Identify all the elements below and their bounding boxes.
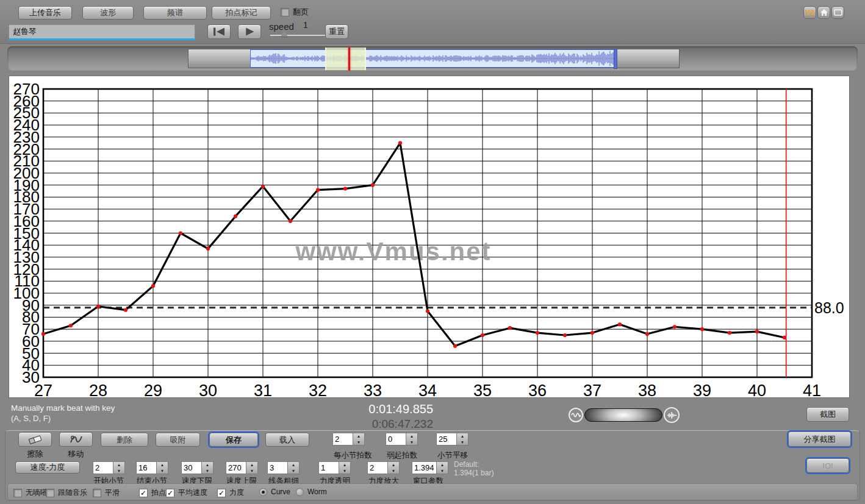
save-button[interactable]: 保存 [209, 433, 258, 447]
bar-shift-spinner[interactable]: ▲▼ [436, 433, 468, 445]
svg-text:35: 35 [473, 382, 492, 397]
bar-shift-input[interactable] [436, 433, 456, 445]
spinner-arrows[interactable]: ▲▼ [246, 461, 258, 474]
page-flip-label: 翻页 [293, 7, 309, 18]
start-bar-input[interactable] [93, 461, 113, 474]
chart-panel: www.Vmus.net88.0304050607080901001101201… [9, 76, 850, 398]
fullscreen-icon [834, 9, 842, 16]
checkbox-follow-music[interactable]: 跟随音乐 [46, 488, 87, 498]
svg-text:88.0: 88.0 [814, 299, 844, 316]
window-param-spinner[interactable]: ▲▼ [412, 461, 448, 474]
spinner-arrows[interactable]: ▲▼ [339, 461, 351, 474]
svg-text:270: 270 [13, 80, 40, 98]
spinner-arrows[interactable]: ▲▼ [113, 461, 125, 474]
default-label: Default: [454, 460, 479, 469]
line-width-spinner[interactable]: ▲▼ [267, 461, 300, 474]
checkbox-average-tempo[interactable]: ✓平均速度 [166, 488, 207, 498]
waveform-image [251, 50, 617, 67]
bar-shift-label: 小节平移 [437, 450, 468, 461]
spinner-arrows[interactable]: ▲▼ [201, 461, 214, 474]
svg-text:31: 31 [254, 382, 272, 397]
erase-tool-button[interactable] [18, 432, 52, 447]
dynamics-range-max-icon[interactable] [664, 407, 680, 423]
waveform-view-button[interactable]: 波形 [82, 6, 134, 20]
snap-button[interactable]: 吸附 [156, 433, 200, 447]
tempo-max-spinner[interactable]: ▲▼ [226, 461, 258, 474]
pickup-beats-spinner[interactable]: ▲▼ [386, 433, 418, 445]
radio-worm[interactable]: Worm [296, 488, 327, 496]
play-button[interactable] [238, 24, 261, 39]
svg-text:34: 34 [418, 382, 437, 397]
svg-text:39: 39 [693, 382, 711, 397]
spinner-arrows[interactable]: ▲▼ [406, 433, 418, 445]
beat-mark-button[interactable]: 拍点标记 [212, 6, 271, 20]
svg-text:29: 29 [144, 382, 162, 397]
svg-text:36: 36 [528, 382, 547, 397]
pickup-beats-input[interactable] [386, 433, 406, 445]
svg-text:www.Vmus.net: www.Vmus.net [295, 237, 491, 266]
ioi-button[interactable]: IOI [806, 458, 849, 473]
radio-curve[interactable]: Curve [259, 488, 290, 496]
spinner-arrows[interactable]: ▲▼ [287, 461, 300, 474]
title-input[interactable] [9, 24, 195, 38]
window-param-input[interactable] [412, 461, 436, 474]
upload-music-button[interactable]: 上传音乐 [18, 6, 72, 20]
v2-version-button[interactable]: V2 [803, 6, 816, 19]
beats-per-bar-label: 每小节拍数 [334, 450, 372, 461]
time-display: 0:01:49.855 0:06:47.232 [317, 402, 433, 431]
home-button[interactable] [817, 6, 830, 19]
prev-button[interactable] [207, 24, 231, 39]
load-button[interactable]: 载入 [265, 433, 309, 447]
page-flip-checkbox[interactable]: 翻页 [281, 7, 309, 18]
checkbox-smooth[interactable]: 平滑 [93, 488, 120, 498]
checkbox-dynamics[interactable]: ✓力度 [217, 488, 244, 498]
svg-text:27: 27 [34, 382, 52, 397]
checkbox-beat-points[interactable]: ✓拍点 [139, 488, 166, 498]
spinner-arrows[interactable]: ▲▼ [456, 433, 468, 445]
svg-text:37: 37 [583, 382, 601, 397]
spinner-arrows[interactable]: ▲▼ [387, 461, 400, 474]
screenshot-button[interactable]: 截图 [806, 407, 849, 422]
svg-text:30: 30 [199, 382, 217, 397]
dynamics-range-slider[interactable] [584, 408, 662, 422]
tempo-dynamics-mode-button[interactable]: 速度-力度 [15, 461, 80, 474]
dynamics-zoom-spinner[interactable]: ▲▼ [367, 461, 400, 474]
fullscreen-button[interactable] [831, 6, 844, 19]
default-value: 1.394(1 bar) [454, 469, 494, 477]
tempo-min-spinner[interactable]: ▲▼ [181, 461, 214, 474]
spinner-arrows[interactable]: ▲▼ [353, 433, 365, 445]
svg-text:32: 32 [309, 382, 327, 397]
delete-button[interactable]: 删除 [101, 433, 148, 447]
svg-text:33: 33 [364, 382, 382, 397]
speed-slider-track[interactable] [270, 35, 328, 37]
spectrum-view-button[interactable]: 频谱 [143, 6, 207, 20]
spinner-arrows[interactable]: ▲▼ [156, 461, 168, 474]
share-screenshot-button[interactable]: 分享截图 [788, 431, 851, 447]
dynamics-range-min-icon[interactable] [569, 408, 583, 422]
waveform-selection[interactable] [325, 48, 366, 70]
reset-speed-button[interactable]: 重置 [325, 24, 348, 39]
move-tool-label: 移动 [59, 449, 93, 460]
beats-per-bar-input[interactable] [332, 433, 353, 445]
waveform-playhead[interactable] [348, 47, 350, 71]
waveform-end-handle[interactable] [614, 49, 617, 69]
line-width-input[interactable] [267, 461, 287, 474]
beats-per-bar-spinner[interactable]: ▲▼ [332, 433, 365, 445]
speed-slider-thumb[interactable] [281, 30, 288, 37]
dynamics-opacity-spinner[interactable]: ▲▼ [318, 461, 351, 474]
end-bar-spinner[interactable]: ▲▼ [136, 461, 168, 474]
spinner-arrows[interactable]: ▲▼ [436, 461, 448, 474]
tempo-min-input[interactable] [181, 461, 201, 474]
dynamics-opacity-input[interactable] [318, 461, 339, 474]
tempo-max-input[interactable] [226, 461, 246, 474]
end-bar-input[interactable] [136, 461, 156, 474]
svg-text:41: 41 [803, 382, 821, 397]
move-tool-button[interactable] [59, 432, 93, 447]
small-wave-icon [571, 411, 581, 419]
dynamics-zoom-input[interactable] [367, 461, 387, 474]
vmus-app-window: 上传音乐 波形 频谱 拍点标记 翻页 speed 1 重置 V2 [0, 0, 865, 504]
start-bar-spinner[interactable]: ▲▼ [93, 461, 125, 474]
tempo-chart-svg[interactable]: www.Vmus.net88.0304050607080901001101201… [9, 76, 849, 397]
waveform-region[interactable] [250, 49, 617, 68]
checkbox-no-tick[interactable]: 无嘀嗒 [13, 488, 48, 498]
